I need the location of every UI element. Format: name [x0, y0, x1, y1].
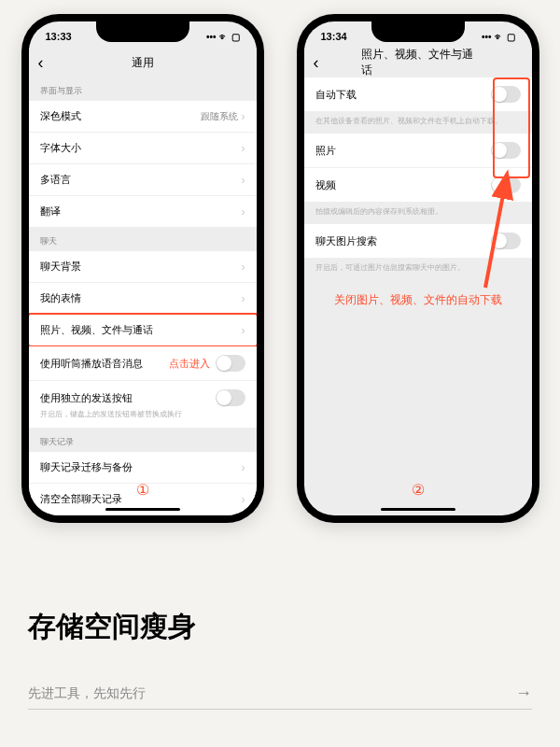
nav-title: 通用 — [132, 55, 154, 71]
toggle-chat-img-search[interactable] — [491, 233, 521, 249]
nav-bar: ‹ 通用 — [29, 48, 257, 78]
cell-send-button[interactable]: 使用独立的发送按钮 开启后，键盘上的发送按钮将被替换成换行 — [29, 381, 257, 429]
main-title: 存储空间瘦身 — [28, 608, 532, 646]
chevron-icon: › — [242, 110, 245, 123]
bottom-section: 存储空间瘦身 先进工具，先知先行 → — [28, 608, 532, 710]
toggle-earpiece[interactable] — [216, 355, 245, 372]
status-time: 13:33 — [46, 31, 72, 42]
toggle-auto-download[interactable] — [491, 86, 521, 103]
home-indicator — [381, 508, 455, 511]
subtitle-row: 先进工具，先知先行 → — [28, 684, 532, 710]
section-header-display: 界面与显示 — [29, 78, 257, 101]
cell-photo-video[interactable]: 照片、视频、文件与通话 › — [29, 315, 257, 346]
cell-my-stickers[interactable]: 我的表情 › — [29, 283, 257, 315]
wifi-icon: ᯤ — [219, 32, 229, 42]
chevron-icon: › — [242, 174, 245, 187]
phone-left: 13:33 ••• ᯤ ▢ ‹ 通用 界面与显示 深色模式 跟随系统› 字体大小… — [21, 14, 264, 523]
toggle-video[interactable] — [491, 176, 521, 193]
back-button[interactable]: ‹ — [38, 53, 44, 73]
chevron-icon: › — [242, 261, 245, 274]
back-button[interactable]: ‹ — [314, 53, 319, 73]
step-number-2: ② — [412, 481, 425, 499]
cell-dark-mode[interactable]: 深色模式 跟随系统› — [29, 101, 257, 133]
signal-icon: ••• — [482, 32, 492, 42]
step-number-1: ① — [136, 481, 149, 499]
annotation-disable: 关闭图片、视频、文件的自动下载 — [304, 292, 532, 308]
cell-auto-download[interactable]: 自动下载 — [304, 78, 532, 112]
toggle-photo[interactable] — [491, 142, 521, 159]
cell-photo[interactable]: 照片 — [304, 134, 532, 168]
home-indicator — [105, 508, 180, 511]
notch — [371, 21, 465, 42]
nav-bar: ‹ 照片、视频、文件与通话 — [304, 48, 532, 78]
chevron-icon: › — [242, 493, 245, 506]
chevron-icon: › — [242, 292, 245, 305]
chevron-icon: › — [242, 324, 245, 337]
phone-right: 13:34 ••• ᯤ ▢ ‹ 照片、视频、文件与通话 自动下载 在其他设备查看… — [297, 14, 539, 523]
chevron-icon: › — [242, 205, 245, 218]
signal-icon: ••• — [206, 32, 217, 42]
chevron-icon: › — [242, 461, 245, 474]
nav-title: 照片、视频、文件与通话 — [361, 47, 475, 78]
cell-chat-img-search[interactable]: 聊天图片搜索 — [304, 224, 532, 259]
battery-icon: ▢ — [231, 32, 240, 42]
status-time: 13:34 — [321, 31, 347, 42]
toggle-send-button[interactable] — [216, 389, 245, 406]
cell-earpiece[interactable]: 使用听筒播放语音消息 点击进入 — [29, 346, 257, 381]
cell-multi-lang[interactable]: 多语言 › — [29, 164, 257, 196]
cell-chat-bg[interactable]: 聊天背景 › — [29, 251, 257, 283]
cell-translate[interactable]: 翻译 › — [29, 196, 257, 228]
wifi-icon: ᯤ — [495, 32, 504, 42]
arrow-right-icon: → — [515, 684, 532, 703]
cell-font-size[interactable]: 字体大小 › — [29, 133, 257, 164]
cell-migrate[interactable]: 聊天记录迁移与备份 › — [29, 452, 257, 484]
auto-download-desc: 在其他设备查看的照片、视频和文件在手机上自动下载。 — [304, 112, 532, 134]
chevron-icon: › — [242, 142, 245, 155]
section-header-history: 聊天记录 — [29, 429, 257, 452]
notch — [96, 21, 189, 42]
search-desc: 开启后，可通过图片信息搜索聊天中的图片。 — [304, 259, 532, 280]
cell-video[interactable]: 视频 — [304, 168, 532, 203]
edit-desc: 拍摄或编辑后的内容保存到系统相册。 — [304, 203, 532, 224]
annotation-enter: 点击进入 — [169, 357, 210, 371]
subtitle-text: 先进工具，先知先行 — [28, 685, 146, 702]
section-header-chat: 聊天 — [29, 228, 257, 251]
battery-icon: ▢ — [507, 32, 515, 42]
